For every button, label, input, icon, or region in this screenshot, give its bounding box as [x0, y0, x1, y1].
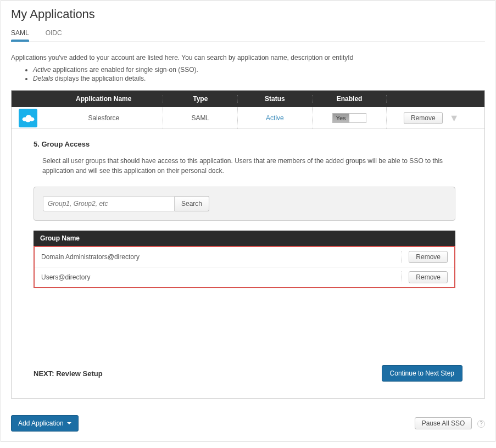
col-header-type: Type [163, 95, 237, 103]
apps-box: Application Name Type Status Enabled Sal… [11, 90, 485, 399]
next-step-label: NEXT: Review Setup [34, 369, 103, 378]
pause-all-sso-button[interactable]: Pause All SSO [415, 417, 472, 429]
app-status-link[interactable]: Active [266, 114, 284, 122]
tabs: SAML OIDC [11, 27, 485, 42]
svg-point-3 [26, 119, 31, 122]
col-header-enabled: Enabled [312, 95, 387, 103]
intro-bullet-1: Active applications are enabled for sing… [33, 66, 485, 74]
step-title: 5. Group Access [34, 140, 462, 148]
app-remove-button[interactable]: Remove [404, 112, 443, 124]
step-footer: NEXT: Review Setup Continue to Next Step [34, 365, 462, 382]
group-table-header: Group Name [34, 231, 455, 246]
apps-table-header: Application Name Type Status Enabled [12, 91, 484, 107]
app-type: SAML [163, 107, 237, 128]
tab-saml[interactable]: SAML [11, 27, 29, 41]
add-application-label: Add Application [18, 419, 64, 427]
intro-rest-1: applications are enabled for single sign… [51, 66, 198, 74]
group-search-input[interactable] [43, 196, 175, 211]
caret-down-icon [67, 422, 71, 424]
intro-text: Applications you've added to your accoun… [11, 54, 485, 61]
intro-em-1: Active [33, 66, 51, 74]
group-search-button[interactable]: Search [175, 196, 209, 211]
group-name: Domain Administrators@directory [41, 253, 140, 261]
group-name: Users@directory [41, 273, 91, 281]
expand-chevron-icon[interactable]: ▼ [449, 113, 459, 123]
tab-oidc[interactable]: OIDC [46, 27, 62, 41]
intro-bullet-2: Details displays the application details… [33, 75, 485, 82]
group-search-box: Search [34, 187, 455, 221]
col-header-name: Application Name [44, 95, 163, 103]
toggle-on-label: Yes [333, 114, 349, 122]
group-remove-button[interactable]: Remove [409, 251, 448, 263]
step-description: Select all user groups that should have … [42, 156, 462, 176]
group-row: Users@directory Remove [35, 267, 454, 287]
page-title: My Applications [11, 7, 485, 21]
step-group-access: 5. Group Access Select all user groups t… [12, 129, 484, 398]
continue-button[interactable]: Continue to Next Step [382, 365, 462, 382]
salesforce-icon [19, 109, 37, 127]
toggle-off-area [349, 114, 366, 122]
group-remove-button[interactable]: Remove [409, 271, 448, 283]
bottom-bar: Add Application Pause All SSO ? [11, 415, 485, 432]
col-header-status: Status [237, 95, 312, 103]
app-row: Salesforce SAML Active Yes Remove ▼ [12, 107, 484, 129]
add-application-button[interactable]: Add Application [11, 415, 79, 432]
app-enabled-toggle[interactable]: Yes [332, 113, 366, 123]
intro-bullets: Active applications are enabled for sing… [11, 66, 485, 82]
app-name: Salesforce [44, 107, 163, 128]
group-rows-highlighted: Domain Administrators@directory Remove U… [34, 246, 455, 288]
intro-rest-2: displays the application details. [53, 75, 146, 82]
intro-em-2: Details [33, 75, 53, 82]
group-table: Group Name Domain Administrators@directo… [34, 231, 455, 288]
group-row: Domain Administrators@directory Remove [35, 247, 454, 267]
help-icon[interactable]: ? [477, 420, 485, 428]
